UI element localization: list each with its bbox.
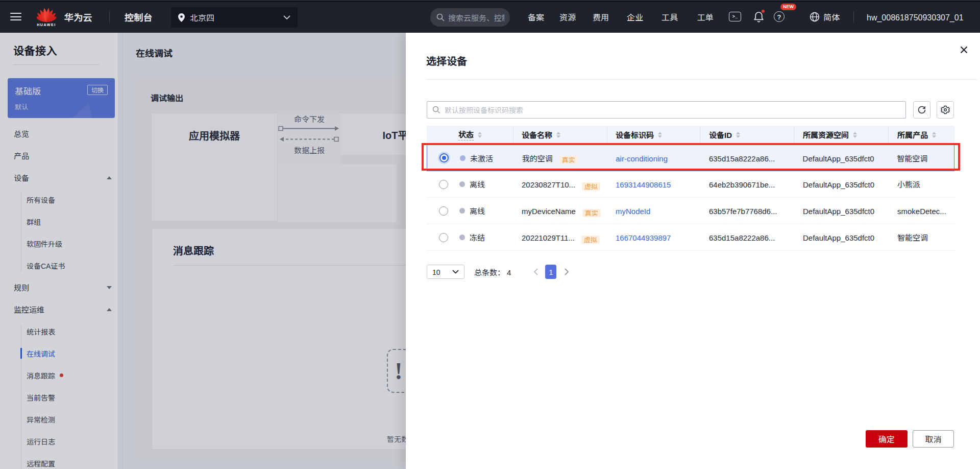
node-id-link[interactable]: air-conditioning [616, 153, 668, 163]
pagination: 10 总条数：4 1 [427, 265, 573, 279]
header-node-id[interactable]: 设备标识码 [607, 126, 700, 144]
sort-icon[interactable] [658, 132, 662, 138]
node-id-link[interactable]: 1667044939897 [616, 232, 671, 243]
table-row[interactable]: 离线 20230827T10...虚拟 1693144908615 64eb2b… [427, 171, 954, 198]
header-label: 设备标识码 [616, 129, 654, 140]
radio-unselected[interactable] [439, 206, 448, 216]
globe-icon [810, 12, 820, 22]
nav-item-ticket[interactable]: 工单 [697, 1, 714, 32]
notifications-button[interactable] [753, 1, 764, 32]
table-body: 未激活 我的空调真实 air-conditioning 635d15a8222a… [427, 145, 954, 251]
device-name: 20221029T11... [522, 232, 575, 243]
ok-button[interactable]: 确定 [866, 430, 908, 448]
hamburger-menu-button[interactable] [10, 1, 21, 32]
nav-item-beian[interactable]: 备案 [528, 1, 544, 32]
table-row[interactable]: 未激活 我的空调真实 air-conditioning 635d15a8222a… [427, 145, 954, 171]
header-device-name[interactable]: 设备名称 [513, 126, 607, 144]
total-count-label: 总条数： [474, 267, 505, 277]
header-product[interactable]: 所属产品 [889, 126, 954, 144]
help-icon: ? [774, 11, 785, 22]
status-dot [459, 235, 465, 240]
device-search-input[interactable] [445, 105, 884, 115]
search-icon [432, 106, 440, 114]
search-icon [436, 13, 445, 21]
device-type-badge: 虚拟 [582, 182, 600, 191]
sort-icon[interactable] [736, 132, 740, 138]
status-dot [459, 208, 465, 214]
chevron-left-icon [533, 268, 538, 275]
top-bar: HUAWEI 华为云 控制台 北京四 备案 资源 费用 企业 工具 工单 >_ … [0, 0, 980, 33]
page-size-select[interactable]: 10 [427, 265, 464, 279]
product-name: 智能空调 [897, 232, 928, 243]
next-page-button[interactable] [560, 265, 573, 279]
location-pin-icon [178, 13, 185, 22]
account-name[interactable]: hw_008618750930307_01 [867, 1, 964, 32]
refresh-icon [917, 105, 926, 114]
cli-terminal-button[interactable]: >_ [729, 1, 741, 32]
language-switcher[interactable]: 简体 [810, 1, 840, 32]
notification-dot [761, 9, 765, 13]
header-device-id[interactable]: 设备ID [700, 126, 794, 144]
refresh-button[interactable] [913, 101, 930, 119]
resource-space: DefaultApp_635dfct0 [803, 153, 874, 163]
terminal-icon: >_ [729, 12, 741, 21]
device-search-box[interactable] [427, 101, 906, 119]
status-text: 离线 [470, 205, 485, 216]
table-row[interactable]: 离线 myDeviceName真实 myNodeId 63b57fe7b7768… [427, 198, 954, 224]
topbar-divider-2 [853, 1, 854, 32]
table-row[interactable]: 冻结 20221029T11...虚拟 1667044939897 635d15… [427, 224, 954, 251]
radio-selected[interactable] [439, 153, 449, 162]
close-icon [960, 46, 968, 54]
header-label: 所属资源空间 [803, 129, 849, 140]
node-id-link[interactable]: 1693144908615 [616, 179, 671, 190]
region-selector[interactable]: 北京四 [171, 7, 298, 28]
brand-huaweicloud[interactable]: 华为云 [64, 1, 92, 32]
chevron-down-icon [283, 15, 290, 19]
product-name: 智能空调 [897, 153, 927, 163]
resource-space: DefaultApp_635dfct0 [803, 232, 874, 243]
nav-item-billing[interactable]: 费用 [593, 1, 609, 32]
device-id: 64eb2b390671be... [709, 179, 775, 190]
status-text: 未激活 [470, 153, 493, 163]
sort-icon[interactable] [932, 132, 936, 138]
header-resource-space[interactable]: 所属资源空间 [794, 126, 889, 144]
radio-unselected[interactable] [439, 233, 448, 242]
header-label: 所属产品 [897, 129, 928, 140]
topbar-search[interactable] [430, 8, 510, 27]
settings-button[interactable] [937, 101, 954, 119]
topbar-search-input[interactable] [448, 12, 504, 23]
select-device-drawer: 选择设备 状态 设备名称 设备标识码 设备ID 所属资源空间 所属产品 未激活 … [406, 33, 980, 469]
region-label: 北京四 [190, 11, 214, 24]
total-count: 总条数：4 [474, 267, 511, 277]
device-name: myDeviceName [522, 205, 576, 216]
language-label: 简体 [823, 11, 840, 23]
device-id: 63b57fe7b7768d6... [709, 205, 777, 216]
header-label: 设备名称 [522, 129, 552, 140]
nav-item-resources[interactable]: 资源 [559, 1, 576, 32]
nav-item-enterprise[interactable]: 企业 [627, 1, 643, 32]
device-table: 状态 设备名称 设备标识码 设备ID 所属资源空间 所属产品 未激活 我的空调真… [427, 126, 954, 251]
device-name: 20230827T10... [522, 179, 575, 190]
prev-page-button[interactable] [529, 265, 542, 279]
nav-item-tools[interactable]: 工具 [662, 1, 678, 32]
cancel-button[interactable]: 取消 [913, 430, 954, 448]
status-dot [459, 181, 465, 187]
close-button[interactable] [956, 42, 971, 57]
status-text: 冻结 [470, 232, 485, 243]
device-id: 635d15a8222a86... [709, 232, 775, 243]
huawei-flower-icon [37, 7, 56, 22]
sort-icon[interactable] [556, 132, 560, 138]
sort-icon[interactable] [478, 132, 482, 138]
resource-space: DefaultApp_635dfct0 [803, 205, 874, 216]
node-id-link[interactable]: myNodeId [616, 205, 650, 216]
huawei-logo[interactable]: HUAWEI [37, 1, 56, 32]
resource-space: DefaultApp_635dfct0 [803, 179, 874, 190]
current-page[interactable]: 1 [545, 265, 556, 279]
device-id: 635d15a8222a86... [709, 153, 775, 163]
help-button[interactable]: ? NEW [774, 1, 785, 32]
console-link[interactable]: 控制台 [125, 1, 153, 32]
sort-icon[interactable] [853, 132, 857, 138]
header-status[interactable]: 状态 [427, 126, 513, 144]
radio-unselected[interactable] [439, 180, 448, 189]
product-name: smokeDetec... [897, 205, 946, 216]
